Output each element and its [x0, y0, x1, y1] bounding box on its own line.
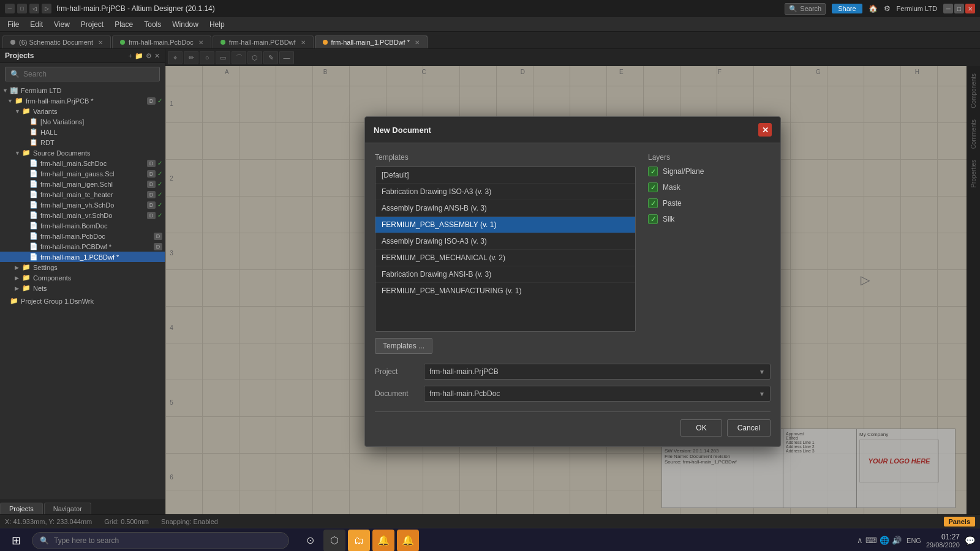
- tree-item-rdt[interactable]: 📋 RDT: [0, 137, 165, 148]
- tree-item-pcbdwf1[interactable]: 📄 frm-hall-main_1.PCBDwf *: [0, 252, 165, 262]
- taskbar-app-altium2[interactable]: 🔔: [397, 530, 419, 552]
- template-fermium-assembly[interactable]: FERMIUM_PCB_ASSEMBLY (v. 1): [375, 217, 635, 233]
- tray-volume[interactable]: 🔊: [892, 536, 902, 545]
- template-assembly-iso-a3[interactable]: Assembly Drawing ISO-A3 (v. 3): [375, 233, 635, 250]
- tab-pcbdwf[interactable]: frm-hall-main.PCBDwf ✕: [213, 36, 314, 48]
- layer-check-paste[interactable]: ✓: [648, 198, 658, 208]
- tree-item-igen[interactable]: 📄 frm-hall_main_igen.Schl D ✓: [0, 179, 165, 189]
- tree-label-hall: HALL: [40, 129, 58, 136]
- tab-pcbdoc[interactable]: frm-hall-main.PcbDoc ✕: [112, 36, 211, 48]
- project-group-icon: 📁: [10, 297, 20, 305]
- tab-close-dwf1[interactable]: ✕: [415, 39, 420, 46]
- tree-item-bomdoc[interactable]: 📄 frm-hall-main.BomDoc: [0, 220, 165, 231]
- panel-icon-folder[interactable]: 📁: [135, 52, 143, 60]
- taskbar-search[interactable]: 🔍 Type here to search: [32, 532, 289, 549]
- pcbdwf-icon: 📄: [29, 242, 39, 250]
- tree-item-prjpcb[interactable]: ▼ 📁 frm-hall-main.PrjPCB * D ✓: [0, 96, 165, 106]
- tree-item-components[interactable]: ▶ 📁 Components: [0, 272, 165, 283]
- tray-chevron[interactable]: ∧: [857, 536, 863, 545]
- document-select[interactable]: frm-hall-main.PcbDoc ▼: [424, 386, 771, 402]
- tree-item-no-variations[interactable]: 📋 [No Variations]: [0, 116, 165, 127]
- menu-tools[interactable]: Tools: [139, 19, 166, 30]
- cancel-button[interactable]: Cancel: [727, 419, 771, 437]
- dialog-footer-fields: Project frm-hall-main.PrjPCB ▼ Document …: [375, 364, 771, 402]
- title-bar-right: 🔍 Search Share 🏠 ⚙ Fermium LTD ─ □ ✕: [785, 3, 975, 15]
- layer-check-silk[interactable]: ✓: [648, 214, 658, 224]
- tab-pcbdwf1[interactable]: frm-hall-main_1.PCBDwf * ✕: [315, 36, 428, 48]
- back-icon[interactable]: ◁: [29, 4, 39, 13]
- ok-button[interactable]: OK: [680, 419, 722, 437]
- menu-place[interactable]: Place: [110, 19, 138, 30]
- project-search-input[interactable]: [23, 70, 154, 78]
- restore-icon[interactable]: □: [17, 4, 27, 13]
- tree-item-pcbdwf[interactable]: 📄 frm-hall-main.PCBDwf * D: [0, 241, 165, 252]
- tree-item-project-group[interactable]: 📁 Project Group 1.DsnWrk: [0, 296, 165, 306]
- tree-badges: D ✓: [147, 201, 162, 209]
- tree-item-hall[interactable]: 📋 HALL: [0, 127, 165, 137]
- template-default[interactable]: [Default]: [375, 167, 635, 184]
- tree-item-variants[interactable]: ▼ 📁 Variants: [0, 106, 165, 116]
- menu-project[interactable]: Project: [76, 19, 108, 30]
- tree-item-schdoc[interactable]: 📄 frm-hall_main.SchDoc D ✓: [0, 158, 165, 168]
- taskbar-app-altium1[interactable]: 🔔: [372, 530, 394, 552]
- panels-button[interactable]: Panels: [944, 517, 975, 527]
- tree-item-vr[interactable]: 📄 frm-hall_main_vr.SchDo D ✓: [0, 210, 165, 220]
- layers-label: Layers: [648, 153, 771, 162]
- forward-icon[interactable]: ▷: [42, 4, 51, 13]
- panel-icon-new[interactable]: +: [129, 52, 132, 60]
- tree-item-source-docs[interactable]: ▼ 📁 Source Documents: [0, 148, 165, 158]
- tree-item-gauss[interactable]: 📄 frm-hall_main_gauss.Scl D ✓: [0, 168, 165, 179]
- tab-schematic[interactable]: (6) Schematic Document ✕: [2, 36, 111, 48]
- tree-item-settings[interactable]: ▶ 📁 Settings: [0, 262, 165, 272]
- badge-d: D: [147, 201, 156, 209]
- project-select[interactable]: frm-hall-main.PrjPCB ▼: [424, 364, 771, 380]
- taskbar-app-tasks[interactable]: ⬡: [323, 530, 345, 552]
- win-restore[interactable]: □: [954, 4, 964, 13]
- home-icon[interactable]: 🏠: [869, 4, 878, 13]
- tab-close-pcb[interactable]: ✕: [198, 39, 203, 46]
- tray-network[interactable]: 🌐: [880, 536, 889, 545]
- global-search[interactable]: 🔍 Search: [785, 3, 826, 15]
- minimize-icon[interactable]: ─: [5, 4, 15, 13]
- tree-badges: D ✓: [147, 160, 162, 167]
- template-assembly-ansi-b[interactable]: Assembly Drawing ANSI-B (v. 3): [375, 200, 635, 217]
- panel-icon-settings[interactable]: ⚙: [146, 52, 152, 60]
- tree-item-vh[interactable]: 📄 frm-hall_main_vh.SchDo D ✓: [0, 200, 165, 210]
- win-close[interactable]: ✕: [965, 4, 975, 13]
- tray-keyboard[interactable]: ⌨: [865, 536, 877, 545]
- settings-icon[interactable]: ⚙: [884, 4, 891, 13]
- tree-item-pcbdoc[interactable]: 📄 frm-hall-main.PcbDoc D: [0, 231, 165, 241]
- layer-check-mask[interactable]: ✓: [648, 182, 658, 192]
- start-button[interactable]: ⊞: [5, 530, 27, 552]
- taskbar-app-files[interactable]: 🗂: [348, 530, 370, 552]
- dialog-close-button[interactable]: ✕: [758, 123, 772, 137]
- tab-close-schematic[interactable]: ✕: [98, 39, 103, 46]
- taskbar-app-search[interactable]: ⊙: [299, 530, 321, 552]
- win-minimize[interactable]: ─: [943, 4, 953, 13]
- menu-edit[interactable]: Edit: [25, 19, 48, 30]
- menu-file[interactable]: File: [2, 19, 24, 30]
- panel-close-icon[interactable]: ✕: [154, 52, 160, 60]
- tree-item-fermium[interactable]: ▼ 🏢 Fermium LTD: [0, 85, 165, 96]
- tree-label-pcbdwf1: frm-hall-main_1.PCBDwf *: [40, 253, 119, 261]
- share-button[interactable]: Share: [832, 4, 862, 13]
- template-fermium-mechanical[interactable]: FERMIUM_PCB_MECHANICAL (v. 2): [375, 250, 635, 266]
- bottom-tab-projects[interactable]: Projects: [0, 503, 43, 514]
- menu-help[interactable]: Help: [205, 19, 230, 30]
- template-fab-iso-a3[interactable]: Fabrication Drawing ISO-A3 (v. 3): [375, 184, 635, 200]
- tree-label-igen: frm-hall_main_igen.Schl: [40, 181, 113, 188]
- project-search-box[interactable]: 🔍: [5, 67, 160, 81]
- menu-view[interactable]: View: [49, 19, 75, 30]
- layer-check-signal[interactable]: ✓: [648, 167, 658, 176]
- tree-item-nets[interactable]: ▶ 📁 Nets: [0, 283, 165, 293]
- badge-d: D: [147, 212, 156, 219]
- templates-button[interactable]: Templates ...: [375, 338, 432, 354]
- template-fab-ansi-b[interactable]: Fabrication Drawing ANSI-B (v. 3): [375, 266, 635, 283]
- menu-window[interactable]: Window: [167, 19, 203, 30]
- search-icon: 🔍: [789, 5, 797, 13]
- bottom-tab-navigator[interactable]: Navigator: [44, 503, 91, 514]
- tree-item-tc-heater[interactable]: 📄 frm-hall_main_tc_heater D ✓: [0, 189, 165, 200]
- tab-close-dwf[interactable]: ✕: [301, 39, 306, 46]
- notification-icon[interactable]: 💬: [965, 536, 975, 545]
- template-fermium-manufacturing[interactable]: FERMIUM_PCB_MANUFACTURING (v. 1): [375, 283, 635, 299]
